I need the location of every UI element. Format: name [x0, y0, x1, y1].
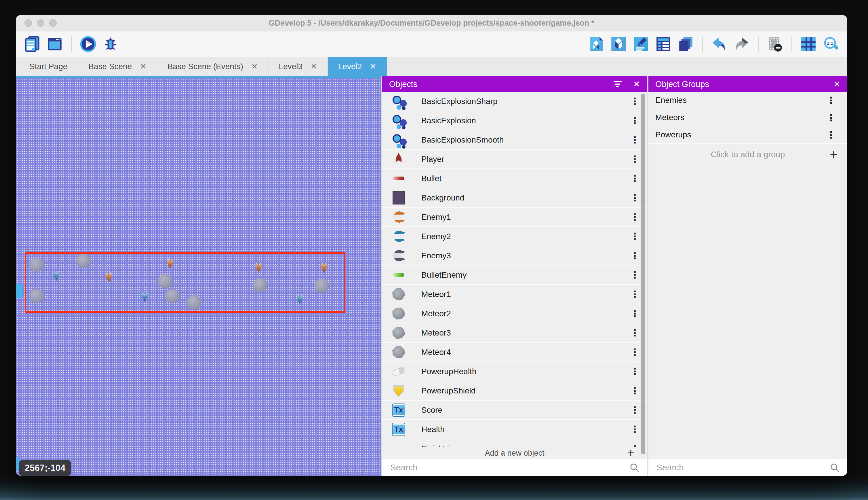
object-row-basicexplosionsharp[interactable]: BasicExplosionSharp⋮ [382, 92, 647, 111]
svg-text:1:1: 1:1 [827, 41, 833, 46]
object-name: Meteor3 [421, 328, 630, 338]
properties-icon[interactable] [633, 36, 649, 53]
preview-window-icon[interactable] [46, 36, 63, 53]
layers-icon[interactable] [678, 36, 694, 53]
group-row-meteors[interactable]: Meteors⋮ [648, 109, 847, 126]
object-menu-icon[interactable]: ⋮ [630, 328, 640, 338]
play-icon[interactable] [80, 36, 96, 53]
object-row-bullet[interactable]: Bullet⋮ [382, 169, 647, 189]
object-row-enemy2[interactable]: Enemy2⋮ [382, 227, 647, 246]
scene-canvas[interactable]: 2567;-104 [16, 76, 381, 476]
object-name: Meteor1 [421, 290, 630, 299]
object-name: FinishLine [421, 444, 630, 447]
group-menu-icon[interactable]: ⋮ [826, 95, 836, 105]
zoom-1-1-icon[interactable]: 1:1 [822, 36, 839, 53]
object-row-meteor3[interactable]: Meteor3⋮ [382, 323, 647, 343]
object-name: Player [421, 155, 630, 164]
object-menu-icon[interactable]: ⋮ [630, 251, 640, 260]
object-menu-icon[interactable]: ⋮ [630, 116, 640, 125]
tab-base-scene[interactable]: Base Scene✕ [78, 57, 157, 76]
close-object-groups-panel-button[interactable]: ✕ [833, 79, 840, 89]
object-row-health[interactable]: Health⋮ [382, 420, 647, 439]
close-objects-panel-button[interactable]: ✕ [633, 79, 640, 89]
objects-search-input[interactable] [390, 462, 629, 473]
object-menu-icon[interactable]: ⋮ [630, 135, 640, 145]
object-menu-icon[interactable]: ⋮ [630, 309, 640, 318]
object-menu-icon[interactable]: ⋮ [630, 155, 640, 164]
object-menu-icon[interactable]: ⋮ [630, 386, 640, 396]
object-row-meteor2[interactable]: Meteor2⋮ [382, 304, 647, 323]
object-menu-icon[interactable]: ⋮ [630, 96, 640, 106]
object-menu-icon[interactable]: ⋮ [630, 174, 640, 183]
add-group-button[interactable]: Click to add a group + [648, 144, 847, 165]
debug-icon[interactable] [102, 36, 119, 53]
offscreen-object-marker[interactable] [16, 284, 23, 298]
toolbar-separator [791, 37, 792, 52]
zoom-window-button[interactable] [49, 19, 57, 27]
object-row-meteor1[interactable]: Meteor1⋮ [382, 285, 647, 304]
group-row-enemies[interactable]: Enemies⋮ [648, 92, 847, 109]
object-row-score[interactable]: Score⋮ [382, 401, 647, 420]
search-icon [629, 462, 640, 473]
close-tab-icon[interactable]: ✕ [251, 62, 258, 71]
tab-base-scene-events-[interactable]: Base Scene (Events)✕ [157, 57, 269, 76]
object-name: PowerupHealth [421, 367, 630, 376]
player-icon [392, 153, 405, 166]
toolbar-separator [758, 37, 759, 52]
close-tab-icon[interactable]: ✕ [370, 62, 376, 71]
object-menu-icon[interactable]: ⋮ [630, 424, 640, 434]
objects-scrollbar[interactable] [641, 94, 645, 454]
tab-start-page[interactable]: Start Page [19, 57, 78, 76]
object-menu-icon[interactable]: ⋮ [630, 231, 640, 241]
redo-icon[interactable] [733, 36, 750, 53]
object-row-basicexplosionsmooth[interactable]: BasicExplosionSmooth⋮ [382, 130, 647, 150]
close-tab-icon[interactable]: ✕ [310, 62, 317, 71]
object-row-finishline[interactable]: FinishLine⋮ [382, 439, 647, 447]
object-row-enemy1[interactable]: Enemy1⋮ [382, 208, 647, 227]
tab-level2[interactable]: Level2✕ [328, 57, 387, 76]
object-row-poweruphealth[interactable]: PowerupHealth⋮ [382, 362, 647, 381]
gdevelop-window: GDevelop 5 - /Users/dkarakay/Documents/G… [16, 15, 847, 476]
add-group-label: Click to add a group [711, 150, 785, 159]
selection-rectangle[interactable] [25, 252, 345, 313]
tab-level3[interactable]: Level3✕ [269, 57, 328, 76]
objects-panel-title: Objects [389, 79, 613, 89]
grid-icon[interactable] [800, 36, 817, 53]
undo-icon[interactable] [711, 36, 728, 53]
titlebar[interactable]: GDevelop 5 - /Users/dkarakay/Documents/G… [16, 15, 847, 31]
filter-icon[interactable] [613, 81, 622, 87]
object-menu-icon[interactable]: ⋮ [630, 347, 640, 357]
object-row-powerupshield[interactable]: PowerupShield⋮ [382, 381, 647, 401]
close-tab-icon[interactable]: ✕ [140, 62, 146, 71]
object-menu-icon[interactable]: ⋮ [630, 193, 640, 203]
object-row-enemy3[interactable]: Enemy3⋮ [382, 246, 647, 265]
object-row-bulletenemy[interactable]: BulletEnemy⋮ [382, 265, 647, 285]
group-menu-icon[interactable]: ⋮ [826, 113, 836, 122]
object-menu-icon[interactable]: ⋮ [630, 367, 640, 376]
add-object-button[interactable]: Add a new object + [382, 447, 647, 459]
group-row-powerups[interactable]: Powerups⋮ [648, 126, 847, 144]
object-row-background[interactable]: Background⋮ [382, 189, 647, 208]
object-row-player[interactable]: Player⋮ [382, 150, 647, 169]
object-row-meteor4[interactable]: Meteor4⋮ [382, 343, 647, 362]
window-title: GDevelop 5 - /Users/dkarakay/Documents/G… [16, 19, 847, 28]
groups-search-input[interactable] [656, 462, 830, 473]
edit-scene-icon[interactable] [588, 36, 605, 53]
object-menu-icon[interactable]: ⋮ [630, 270, 640, 280]
bullet-enemy-icon [392, 269, 405, 282]
project-manager-icon[interactable] [24, 36, 40, 53]
object-menu-icon[interactable]: ⋮ [630, 405, 640, 415]
bullet-icon [392, 172, 405, 185]
objects-editor-icon[interactable] [610, 36, 627, 53]
cursor-coordinates-badge: 2567;-104 [19, 460, 71, 476]
object-menu-icon[interactable]: ⋮ [630, 289, 640, 299]
group-menu-icon[interactable]: ⋮ [826, 130, 836, 140]
tab-label: Base Scene (Events) [167, 62, 243, 71]
minimize-window-button[interactable] [37, 19, 44, 27]
render-mask-icon[interactable] [767, 36, 783, 53]
object-menu-icon[interactable]: ⋮ [630, 212, 640, 222]
close-window-button[interactable] [24, 19, 32, 27]
object-row-basicexplosion[interactable]: BasicExplosion⋮ [382, 111, 647, 130]
instances-list-icon[interactable] [655, 36, 672, 53]
enemy3-icon [392, 249, 405, 262]
